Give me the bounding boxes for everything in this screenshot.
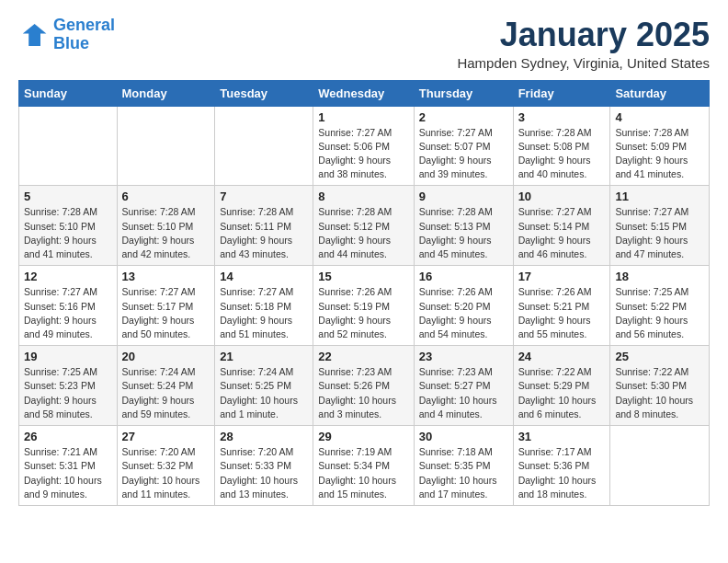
calendar-cell: 17Sunrise: 7:26 AM Sunset: 5:21 PM Dayli… [513,266,610,346]
day-info: Sunrise: 7:18 AM Sunset: 5:35 PM Dayligh… [419,445,508,501]
day-info: Sunrise: 7:28 AM Sunset: 5:10 PM Dayligh… [24,205,112,261]
calendar-week-row: 19Sunrise: 7:25 AM Sunset: 5:23 PM Dayli… [19,346,710,426]
day-number: 6 [122,190,210,203]
day-info: Sunrise: 7:27 AM Sunset: 5:16 PM Dayligh… [24,285,112,341]
day-info: Sunrise: 7:27 AM Sunset: 5:18 PM Dayligh… [220,285,308,341]
calendar-title: January 2025 [457,17,710,53]
day-number: 9 [419,190,508,203]
day-info: Sunrise: 7:27 AM Sunset: 5:07 PM Dayligh… [419,126,508,182]
calendar-cell: 16Sunrise: 7:26 AM Sunset: 5:20 PM Dayli… [414,266,513,346]
day-number: 2 [419,110,508,124]
calendar-cell: 6Sunrise: 7:28 AM Sunset: 5:10 PM Daylig… [117,186,215,266]
day-number: 13 [122,270,210,283]
calendar-cell: 5Sunrise: 7:28 AM Sunset: 5:10 PM Daylig… [19,186,118,266]
day-number: 26 [24,430,112,443]
day-info: Sunrise: 7:22 AM Sunset: 5:29 PM Dayligh… [518,365,606,421]
day-number: 21 [220,350,308,363]
day-info: Sunrise: 7:28 AM Sunset: 5:08 PM Dayligh… [518,126,606,182]
logo-line2: Blue [53,34,89,52]
day-info: Sunrise: 7:25 AM Sunset: 5:23 PM Dayligh… [24,365,112,421]
calendar-cell: 28Sunrise: 7:20 AM Sunset: 5:33 PM Dayli… [215,426,313,506]
day-number: 30 [419,430,508,443]
calendar-cell: 31Sunrise: 7:17 AM Sunset: 5:36 PM Dayli… [513,426,610,506]
calendar-cell [610,426,710,506]
day-info: Sunrise: 7:27 AM Sunset: 5:15 PM Dayligh… [615,205,704,261]
day-info: Sunrise: 7:24 AM Sunset: 5:25 PM Dayligh… [220,365,308,421]
day-number: 15 [318,270,408,283]
calendar-cell: 30Sunrise: 7:18 AM Sunset: 5:35 PM Dayli… [414,426,513,506]
day-header: Sunday [19,80,118,106]
calendar-cell: 15Sunrise: 7:26 AM Sunset: 5:19 PM Dayli… [313,266,414,346]
day-number: 20 [122,350,210,363]
day-number: 4 [615,110,704,124]
day-info: Sunrise: 7:21 AM Sunset: 5:31 PM Dayligh… [24,445,112,501]
day-number: 10 [518,190,606,203]
day-number: 1 [318,110,408,124]
day-info: Sunrise: 7:27 AM Sunset: 5:06 PM Dayligh… [318,126,408,182]
calendar-cell: 4Sunrise: 7:28 AM Sunset: 5:09 PM Daylig… [610,106,710,186]
calendar-cell: 12Sunrise: 7:27 AM Sunset: 5:16 PM Dayli… [19,266,118,346]
day-info: Sunrise: 7:28 AM Sunset: 5:09 PM Dayligh… [615,126,704,182]
day-number: 31 [518,430,606,443]
day-number: 27 [122,430,210,443]
day-header: Thursday [414,80,513,106]
calendar-cell: 9Sunrise: 7:28 AM Sunset: 5:13 PM Daylig… [414,186,513,266]
day-number: 29 [318,430,408,443]
header: General Blue January 2025 Hampden Sydney… [18,17,710,71]
calendar-week-row: 26Sunrise: 7:21 AM Sunset: 5:31 PM Dayli… [19,426,710,506]
day-header: Saturday [610,80,710,106]
logo-line1: General [53,16,115,34]
calendar-week-row: 12Sunrise: 7:27 AM Sunset: 5:16 PM Dayli… [19,266,710,346]
day-number: 23 [419,350,508,363]
calendar-cell [215,106,313,186]
day-header: Wednesday [313,80,414,106]
title-block: January 2025 Hampden Sydney, Virginia, U… [457,17,710,71]
day-number: 14 [220,270,308,283]
svg-marker-0 [23,24,47,46]
calendar-header-row: SundayMondayTuesdayWednesdayThursdayFrid… [19,80,710,106]
day-header: Tuesday [215,80,313,106]
logo: General Blue [18,17,115,53]
calendar-cell: 21Sunrise: 7:24 AM Sunset: 5:25 PM Dayli… [215,346,313,426]
day-info: Sunrise: 7:28 AM Sunset: 5:10 PM Dayligh… [122,205,210,261]
day-number: 17 [518,270,606,283]
calendar-subtitle: Hampden Sydney, Virginia, United States [457,55,710,71]
day-info: Sunrise: 7:23 AM Sunset: 5:26 PM Dayligh… [318,365,408,421]
calendar-cell: 1Sunrise: 7:27 AM Sunset: 5:06 PM Daylig… [313,106,414,186]
page: General Blue January 2025 Hampden Sydney… [0,0,728,523]
day-info: Sunrise: 7:26 AM Sunset: 5:21 PM Dayligh… [518,285,606,341]
day-info: Sunrise: 7:26 AM Sunset: 5:19 PM Dayligh… [318,285,408,341]
calendar-cell: 20Sunrise: 7:24 AM Sunset: 5:24 PM Dayli… [117,346,215,426]
calendar-week-row: 1Sunrise: 7:27 AM Sunset: 5:06 PM Daylig… [19,106,710,186]
day-number: 3 [518,110,606,124]
calendar-cell: 7Sunrise: 7:28 AM Sunset: 5:11 PM Daylig… [215,186,313,266]
day-number: 22 [318,350,408,363]
day-info: Sunrise: 7:24 AM Sunset: 5:24 PM Dayligh… [122,365,210,421]
logo-text: General Blue [53,17,115,53]
calendar-cell: 22Sunrise: 7:23 AM Sunset: 5:26 PM Dayli… [313,346,414,426]
calendar-cell: 2Sunrise: 7:27 AM Sunset: 5:07 PM Daylig… [414,106,513,186]
day-header: Friday [513,80,610,106]
calendar-cell [117,106,215,186]
calendar-cell [19,106,118,186]
day-number: 7 [220,190,308,203]
day-info: Sunrise: 7:27 AM Sunset: 5:14 PM Dayligh… [518,205,606,261]
day-number: 11 [615,190,704,203]
day-info: Sunrise: 7:20 AM Sunset: 5:32 PM Dayligh… [122,445,210,501]
calendar-cell: 8Sunrise: 7:28 AM Sunset: 5:12 PM Daylig… [313,186,414,266]
day-info: Sunrise: 7:23 AM Sunset: 5:27 PM Dayligh… [419,365,508,421]
day-number: 24 [518,350,606,363]
calendar-cell: 3Sunrise: 7:28 AM Sunset: 5:08 PM Daylig… [513,106,610,186]
calendar-cell: 24Sunrise: 7:22 AM Sunset: 5:29 PM Dayli… [513,346,610,426]
calendar-cell: 11Sunrise: 7:27 AM Sunset: 5:15 PM Dayli… [610,186,710,266]
day-info: Sunrise: 7:28 AM Sunset: 5:12 PM Dayligh… [318,205,408,261]
calendar-cell: 18Sunrise: 7:25 AM Sunset: 5:22 PM Dayli… [610,266,710,346]
day-number: 19 [24,350,112,363]
calendar-cell: 13Sunrise: 7:27 AM Sunset: 5:17 PM Dayli… [117,266,215,346]
day-info: Sunrise: 7:28 AM Sunset: 5:11 PM Dayligh… [220,205,308,261]
day-info: Sunrise: 7:20 AM Sunset: 5:33 PM Dayligh… [220,445,308,501]
calendar-cell: 29Sunrise: 7:19 AM Sunset: 5:34 PM Dayli… [313,426,414,506]
calendar-cell: 10Sunrise: 7:27 AM Sunset: 5:14 PM Dayli… [513,186,610,266]
calendar-table: SundayMondayTuesdayWednesdayThursdayFrid… [18,80,710,506]
calendar-cell: 19Sunrise: 7:25 AM Sunset: 5:23 PM Dayli… [19,346,118,426]
